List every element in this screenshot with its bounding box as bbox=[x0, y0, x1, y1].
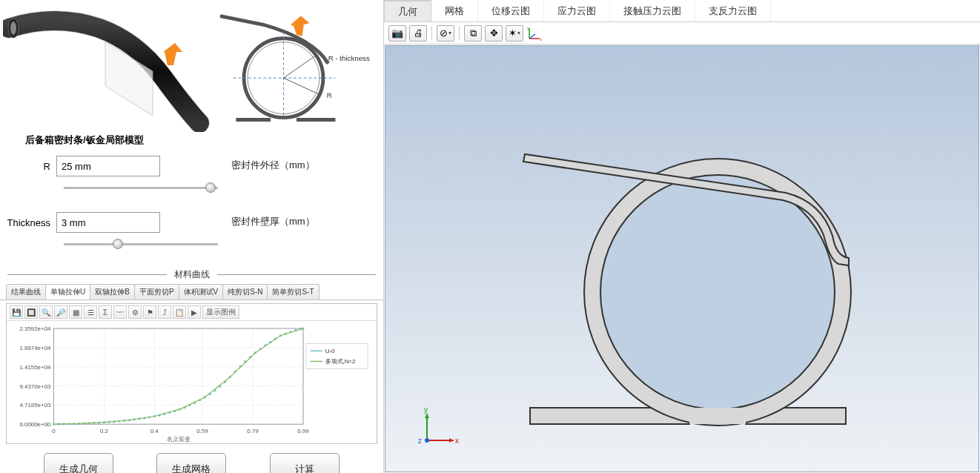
explode-icon[interactable]: ✶ bbox=[506, 25, 523, 42]
r-slider[interactable] bbox=[64, 181, 218, 196]
arrow-icon bbox=[163, 43, 182, 65]
svg-text:4.7185e+03: 4.7185e+03 bbox=[19, 402, 51, 408]
chart-curve-icon[interactable]: 〰 bbox=[113, 305, 127, 319]
svg-line-11 bbox=[283, 78, 321, 95]
generate-geometry-button[interactable]: 生成几何 bbox=[44, 453, 113, 473]
model-title: 后备箱密封条/钣金局部模型 bbox=[0, 132, 383, 156]
svg-marker-111 bbox=[425, 414, 429, 418]
svg-rect-106 bbox=[689, 408, 746, 424]
chart-area: 💾 🔲 🔍 🔎 ▦ ☰ Σ 〰 ⚙ ⚑ ⤴ 📋 ▶ 显示图例 00.20.40.… bbox=[6, 303, 377, 444]
svg-text:0: 0 bbox=[52, 428, 56, 434]
view-toolbar: 📷 🖨 ⊘ ⧉ ✥ ✶ x y bbox=[384, 22, 980, 44]
curve-tab-3[interactable]: 平面剪切P bbox=[134, 284, 179, 300]
svg-marker-108 bbox=[449, 438, 454, 443]
param-label-r: R bbox=[4, 161, 56, 172]
svg-text:2.3592e+04: 2.3592e+04 bbox=[19, 325, 51, 332]
chart-play-icon[interactable]: ▶ bbox=[188, 305, 201, 319]
viewport-triad-icon: x y z bbox=[417, 406, 461, 451]
view-tab-1[interactable]: 网格 bbox=[431, 0, 478, 22]
section-illustration: R - thickness R bbox=[218, 6, 374, 132]
mini-triad-icon: x y bbox=[526, 25, 543, 42]
chart-export-icon[interactable]: ⤴ bbox=[158, 305, 171, 319]
svg-text:0.4: 0.4 bbox=[150, 428, 159, 434]
svg-text:x: x bbox=[540, 37, 542, 42]
svg-text:0.0000e+00: 0.0000e+00 bbox=[19, 421, 51, 428]
chart-sigma-icon[interactable]: Σ bbox=[99, 305, 112, 319]
svg-point-1 bbox=[10, 22, 16, 35]
print-icon[interactable]: 🖨 bbox=[409, 25, 427, 42]
svg-marker-3 bbox=[163, 43, 182, 65]
svg-text:0.59: 0.59 bbox=[196, 428, 208, 434]
svg-text:R: R bbox=[327, 91, 332, 99]
view-tab-2[interactable]: 位移云图 bbox=[478, 0, 544, 22]
curve-tab-4[interactable]: 体积测试V bbox=[179, 284, 224, 300]
view-tab-5[interactable]: 支反力云图 bbox=[695, 0, 771, 22]
chart-zoom-out-icon[interactable]: 🔎 bbox=[54, 305, 67, 319]
svg-line-99 bbox=[529, 34, 535, 39]
fit-view-icon[interactable]: ✥ bbox=[485, 25, 503, 42]
chart-gear-icon[interactable]: ⚙ bbox=[128, 305, 142, 319]
curve-tab-6[interactable]: 简单剪切S-T bbox=[267, 284, 319, 300]
curve-tabs: 结果曲线单轴拉伸U双轴拉伸B平面剪切P体积测试V纯剪切S-N简单剪切S-T bbox=[0, 285, 383, 300]
chart-save-icon[interactable]: 💾 bbox=[10, 305, 23, 319]
view-tab-0[interactable]: 几何 bbox=[384, 0, 431, 22]
svg-point-114 bbox=[425, 438, 429, 443]
r-input[interactable] bbox=[56, 156, 160, 176]
chart-table-icon[interactable]: 📋 bbox=[173, 305, 186, 319]
toolbar-separator bbox=[459, 26, 460, 41]
illustration-row: R - thickness R bbox=[0, 0, 383, 132]
zoom-rect-icon[interactable]: ⧉ bbox=[464, 25, 482, 42]
view-tab-3[interactable]: 应力云图 bbox=[544, 0, 610, 22]
param-desc-r: 密封件外径（mm） bbox=[231, 159, 315, 172]
material-curve-divider: 材料曲线 bbox=[7, 268, 376, 281]
no-entry-icon[interactable]: ⊘ bbox=[437, 25, 454, 42]
chart-zoom-in-icon[interactable]: 🔍 bbox=[39, 305, 53, 319]
curve-tab-0[interactable]: 结果曲线 bbox=[6, 284, 46, 300]
chart-list-icon[interactable]: ☰ bbox=[84, 305, 97, 319]
curve-tab-2[interactable]: 双轴拉伸B bbox=[90, 284, 135, 300]
pipe-illustration bbox=[3, 6, 211, 132]
svg-text:多项式,N=2: 多项式,N=2 bbox=[325, 358, 356, 365]
svg-text:x: x bbox=[455, 437, 459, 445]
chart-zoom-rect-icon[interactable]: 🔲 bbox=[24, 305, 38, 319]
svg-text:1.4155e+04: 1.4155e+04 bbox=[19, 364, 51, 371]
svg-point-105 bbox=[600, 175, 835, 409]
param-label-thickness: Thickness bbox=[4, 217, 56, 228]
svg-text:0.2: 0.2 bbox=[100, 428, 109, 434]
camera-icon[interactable]: 📷 bbox=[388, 25, 406, 42]
arrow-icon bbox=[291, 16, 309, 36]
svg-text:y: y bbox=[424, 406, 428, 414]
view-tab-4[interactable]: 接触压力云图 bbox=[610, 0, 695, 22]
svg-text:1.8874e+04: 1.8874e+04 bbox=[19, 345, 51, 351]
chart-grid-icon[interactable]: ▦ bbox=[69, 305, 82, 319]
geometry-viewport[interactable]: x y z bbox=[385, 45, 979, 472]
compute-button[interactable]: 计算 bbox=[270, 453, 340, 473]
svg-text:y: y bbox=[527, 26, 529, 30]
param-row-r: R 密封件外径（mm） bbox=[4, 156, 379, 176]
svg-marker-14 bbox=[291, 16, 309, 36]
right-viewer-panel: 几何网格位移云图应力云图接触压力云图支反力云图 📷 🖨 ⊘ ⧉ ✥ ✶ x y bbox=[384, 0, 980, 473]
thickness-slider[interactable] bbox=[64, 237, 218, 252]
svg-line-10 bbox=[283, 55, 317, 78]
svg-text:0.99: 0.99 bbox=[297, 428, 309, 434]
chart-toolbar: 💾 🔲 🔍 🔎 ▦ ☰ Σ 〰 ⚙ ⚑ ⤴ 📋 ▶ 显示图例 bbox=[7, 304, 377, 321]
svg-text:R - thickness: R - thickness bbox=[328, 54, 370, 62]
chart-flag-icon[interactable]: ⚑ bbox=[143, 305, 156, 319]
material-chart[interactable]: 00.20.40.590.790.990.0000e+004.7185e+039… bbox=[10, 324, 374, 443]
geometry-render bbox=[385, 46, 979, 472]
svg-text:z: z bbox=[418, 437, 422, 445]
curve-tab-5[interactable]: 纯剪切S-N bbox=[222, 284, 268, 300]
view-tabs: 几何网格位移云图应力云图接触压力云图支反力云图 bbox=[384, 0, 980, 22]
param-row-thickness: Thickness 密封件壁厚（mm） bbox=[4, 212, 379, 233]
action-buttons: 生成几何 生成网格 计算 bbox=[0, 449, 383, 473]
curve-tab-1[interactable]: 单轴拉伸U bbox=[45, 284, 90, 300]
thickness-input[interactable] bbox=[56, 212, 160, 233]
param-desc-thickness: 密封件壁厚（mm） bbox=[231, 215, 315, 228]
svg-text:U-0: U-0 bbox=[325, 348, 335, 354]
svg-text:9.4370e+03: 9.4370e+03 bbox=[19, 383, 51, 389]
toolbar-separator bbox=[431, 26, 432, 41]
chart-legend-toggle[interactable]: 显示图例 bbox=[202, 305, 239, 319]
left-config-panel: R - thickness R 后备箱密封条/钣金局部模型 R 密封件外径（mm… bbox=[0, 0, 384, 473]
generate-mesh-button[interactable]: 生成网格 bbox=[156, 453, 226, 473]
svg-text:0.79: 0.79 bbox=[247, 428, 259, 434]
